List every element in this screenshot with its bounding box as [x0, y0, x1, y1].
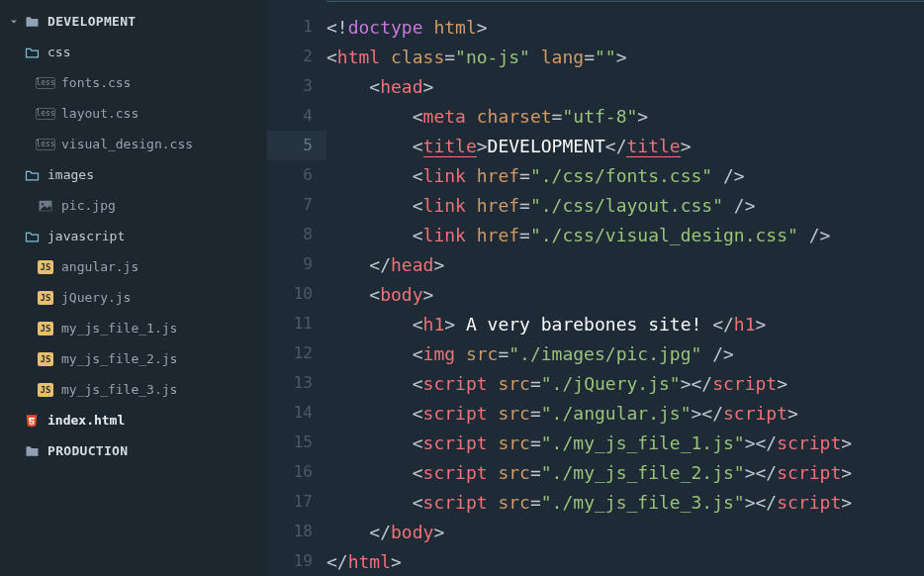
code-line-7[interactable]: <link href="./css/layout.css" />	[326, 191, 924, 221]
js-badge-icon: JS	[38, 290, 53, 306]
file-index-html[interactable]: index.html	[0, 405, 267, 435]
line-number: 12	[267, 338, 326, 368]
folder-label: css	[47, 45, 70, 59]
folder-css[interactable]: css	[0, 37, 267, 67]
line-number: 15	[267, 428, 326, 457]
line-number: 10	[267, 279, 326, 309]
file-jquery-js[interactable]: JS jQuery.js	[0, 282, 267, 313]
folder-label: images	[47, 167, 94, 182]
file-angular-js[interactable]: JS angular.js	[0, 251, 267, 282]
file-fonts-css[interactable]: less fonts.css	[0, 67, 267, 98]
file-label: my_js_file_1.js	[61, 321, 177, 336]
chevron-down-icon	[8, 16, 20, 28]
code-line-3[interactable]: <head>	[326, 72, 924, 102]
file-tree-sidebar[interactable]: DEVELOPMENT css less fonts.css less layo…	[0, 0, 267, 576]
file-pic-jpg[interactable]: pic.jpg	[0, 190, 267, 221]
line-number: 1	[267, 12, 326, 42]
code-line-16[interactable]: <script src="./my_js_file_2.js"></script…	[326, 458, 924, 488]
file-label: layout.css	[61, 106, 139, 121]
code-line-12[interactable]: <img src="./images/pic.jpg" />	[326, 339, 924, 369]
folder-open-icon	[24, 45, 40, 60]
line-number: 8	[267, 220, 326, 249]
line-number: 6	[267, 160, 326, 190]
folder-javascript[interactable]: javascript	[0, 221, 267, 251]
code-line-2[interactable]: <html class="no-js" lang="">	[326, 43, 924, 72]
line-number: 4	[267, 101, 326, 131]
less-badge-icon: less	[38, 106, 53, 122]
line-number: 3	[267, 71, 326, 101]
code-line-5[interactable]: <title>DEVELOPMENT</title>	[326, 132, 924, 161]
line-number: 7	[267, 190, 326, 220]
line-number: 19	[267, 546, 326, 576]
file-layout-css[interactable]: less layout.css	[0, 98, 267, 129]
code-line-19[interactable]: </html>	[326, 547, 924, 576]
file-myjs2[interactable]: JS my_js_file_2.js	[0, 343, 267, 374]
file-label: my_js_file_2.js	[61, 351, 177, 366]
code-line-17[interactable]: <script src="./my_js_file_3.js"></script…	[326, 488, 924, 518]
code-line-15[interactable]: <script src="./my_js_file_1.js"></script…	[326, 429, 924, 458]
folder-label: DEVELOPMENT	[47, 14, 136, 29]
code-line-10[interactable]: <body>	[326, 280, 924, 310]
code-line-11[interactable]: <h1> A very barebones site! </h1>	[326, 310, 924, 339]
code-editor[interactable]: <!doctype html> <html class="no-js" lang…	[326, 0, 924, 576]
folder-open-icon	[24, 167, 40, 183]
js-badge-icon: JS	[38, 351, 53, 367]
folder-label: PRODUCTION	[47, 443, 128, 458]
less-badge-icon: less	[38, 137, 53, 152]
file-myjs1[interactable]: JS my_js_file_1.js	[0, 313, 267, 343]
code-line-13[interactable]: <script src="./jQuery.js"></script>	[326, 369, 924, 399]
file-label: fonts.css	[61, 75, 131, 90]
less-badge-icon: less	[38, 75, 53, 91]
line-number: 11	[267, 309, 326, 338]
file-label: visual_design.css	[61, 137, 193, 151]
line-number: 17	[267, 487, 326, 517]
js-badge-icon: JS	[38, 321, 53, 336]
folder-open-icon	[24, 229, 40, 244]
image-icon	[38, 198, 53, 214]
code-line-4[interactable]: <meta charset="utf-8">	[326, 102, 924, 132]
line-number: 13	[267, 368, 326, 398]
file-label: angular.js	[61, 259, 139, 274]
code-line-6[interactable]: <link href="./css/fonts.css" />	[326, 161, 924, 191]
svg-point-1	[42, 203, 44, 205]
folder-label: javascript	[47, 229, 125, 243]
line-number: 14	[267, 398, 326, 428]
folder-images[interactable]: images	[0, 159, 267, 190]
line-number: 16	[267, 457, 326, 487]
folder-icon	[24, 443, 40, 459]
js-badge-icon: JS	[38, 382, 53, 398]
html5-icon	[24, 413, 40, 429]
file-label: jQuery.js	[61, 290, 131, 305]
file-label: my_js_file_3.js	[61, 382, 177, 397]
code-line-14[interactable]: <script src="./angular.js"></script>	[326, 399, 924, 429]
folder-production[interactable]: PRODUCTION	[0, 435, 267, 466]
folder-development[interactable]: DEVELOPMENT	[0, 6, 267, 37]
code-line-9[interactable]: </head>	[326, 250, 924, 280]
line-number-gutter: 1 2 3 4 5 6 7 8 9 10 11 12 13 14 15 16 1…	[267, 0, 326, 576]
file-myjs3[interactable]: JS my_js_file_3.js	[0, 374, 267, 405]
file-label: index.html	[47, 413, 125, 428]
file-label: pic.jpg	[61, 198, 116, 213]
line-number: 9	[267, 249, 326, 279]
code-line-1[interactable]: <!doctype html>	[326, 13, 924, 43]
code-line-18[interactable]: </body>	[326, 518, 924, 547]
line-number: 18	[267, 517, 326, 546]
line-number-active: 5	[267, 131, 326, 160]
folder-icon	[24, 14, 40, 30]
js-badge-icon: JS	[38, 259, 53, 275]
code-line-8[interactable]: <link href="./css/visual_design.css" />	[326, 221, 924, 250]
file-visual-design-css[interactable]: less visual_design.css	[0, 129, 267, 159]
line-number: 2	[267, 42, 326, 71]
